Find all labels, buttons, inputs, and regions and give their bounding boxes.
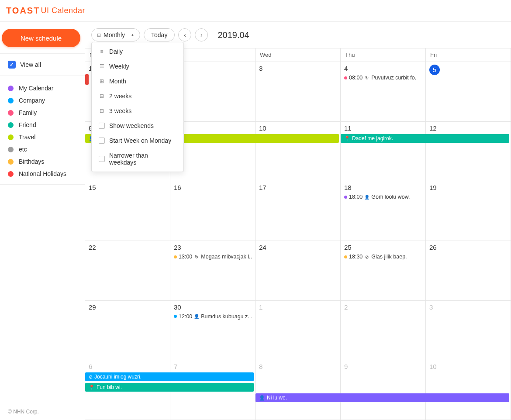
- day-cell[interactable]: 2518:30⊘Gias jilik baep.: [341, 241, 426, 300]
- caret-up-icon: ▲: [131, 33, 135, 37]
- dropdown-view-label: Daily: [109, 48, 123, 55]
- dropdown-view-item[interactable]: ☰Weekly: [92, 59, 183, 74]
- calendar-item[interactable]: Family: [0, 107, 85, 119]
- event-title: Dadef me jagirok.: [352, 134, 393, 143]
- day-number: 10: [259, 124, 266, 132]
- event-bar[interactable]: 📍Dadef me jagirok.: [341, 134, 509, 143]
- day-cell[interactable]: 3: [426, 301, 511, 360]
- day-number: 16: [174, 184, 181, 191]
- dow-cell: Thu: [341, 48, 426, 62]
- new-schedule-button[interactable]: New schedule: [2, 29, 80, 47]
- calendar-item[interactable]: Travel: [0, 131, 85, 143]
- day-cell[interactable]: 11: [341, 122, 426, 181]
- day-cell[interactable]: 29: [85, 301, 170, 360]
- calendar-item[interactable]: etc: [0, 143, 85, 155]
- event-title: Fun bib wi.: [97, 383, 122, 392]
- day-cell[interactable]: 22: [85, 241, 170, 300]
- event-dot[interactable]: 18:00👤Gom loolu wow.: [344, 194, 422, 200]
- day-cell[interactable]: 3: [256, 62, 341, 121]
- day-cell[interactable]: 10: [256, 122, 341, 181]
- day-cell[interactable]: 1818:00👤Gom loolu wow.: [341, 181, 426, 241]
- day-number: 11: [344, 124, 352, 132]
- calendar-item[interactable]: Birthdays: [0, 155, 85, 168]
- day-cell[interactable]: 19: [426, 181, 511, 241]
- event-bar[interactable]: [85, 74, 89, 85]
- calendar-item-label: National Holidays: [19, 170, 66, 177]
- dropdown-view-item[interactable]: ⊟2 weeks: [92, 89, 183, 103]
- view-icon: ⊞: [99, 78, 105, 84]
- calendar-color-dot: [8, 86, 14, 91]
- day-number: 10: [429, 363, 437, 370]
- day-cell[interactable]: 10: [426, 360, 511, 420]
- today-button[interactable]: Today: [144, 28, 175, 41]
- next-button[interactable]: ›: [195, 28, 208, 41]
- calendar-color-dot: [8, 110, 14, 116]
- event-time: 18:00: [349, 194, 363, 200]
- calendar-item[interactable]: Company: [0, 94, 85, 107]
- view-all-checkbox[interactable]: View all: [3, 58, 82, 71]
- dropdown-view-item[interactable]: ⊟3 weeks: [92, 103, 183, 118]
- calendar-item-label: Birthdays: [19, 158, 44, 165]
- day-cell[interactable]: 9: [341, 360, 426, 420]
- day-cell[interactable]: 3012:00👤Bumdus kubuagu z...: [170, 301, 256, 360]
- day-cell[interactable]: 24: [256, 241, 341, 300]
- day-number: 18: [344, 184, 352, 191]
- dow-cell: Fri: [426, 48, 511, 62]
- dropdown-option-item[interactable]: Narrower than weekdays: [92, 148, 183, 170]
- day-number: 3: [259, 65, 262, 72]
- day-number: 26: [429, 244, 437, 251]
- day-cell[interactable]: 15: [85, 181, 170, 241]
- event-icon: 👤: [364, 194, 369, 200]
- event-dot[interactable]: 08:00↻Puvutvuz curbit fo.: [344, 75, 422, 81]
- prev-button[interactable]: ‹: [178, 28, 191, 41]
- event-icon: ↻: [194, 254, 199, 259]
- calendar-color-dot: [8, 98, 14, 103]
- view-select[interactable]: ⊞ Monthly ▲: [91, 28, 140, 41]
- checkbox-icon: [8, 61, 16, 69]
- grid-icon: ⊞: [97, 32, 101, 38]
- calendar-item[interactable]: National Holidays: [0, 168, 85, 180]
- dropdown-view-item[interactable]: ⊞Month: [92, 74, 183, 89]
- day-cell[interactable]: 2313:00↻Mogaas mibvacjak l...: [170, 241, 256, 300]
- day-number: 15: [89, 184, 96, 191]
- week-row: 222313:00↻Mogaas mibvacjak l...242518:30…: [85, 241, 511, 301]
- calendar-color-dot: [8, 159, 14, 165]
- day-cell[interactable]: 16: [170, 181, 256, 241]
- calendar-item-label: Friend: [19, 121, 36, 128]
- day-cell[interactable]: 1: [256, 301, 341, 360]
- event-dot[interactable]: 18:30⊘Gias jilik baep.: [344, 254, 422, 260]
- calendar-item[interactable]: My Calendar: [0, 82, 85, 94]
- dropdown-option-label: Start Week on Monday: [109, 137, 171, 144]
- calendar-item-label: etc: [19, 146, 27, 153]
- day-number: 1: [259, 303, 262, 311]
- day-cell[interactable]: 2: [341, 301, 426, 360]
- checkbox-icon: [99, 123, 105, 129]
- event-icon: ⊘: [364, 254, 369, 259]
- view-icon: ☰: [99, 63, 105, 69]
- dropdown-view-item[interactable]: ≡Daily: [92, 44, 183, 59]
- event-dot[interactable]: 13:00↻Mogaas mibvacjak l...: [174, 254, 252, 260]
- day-cell[interactable]: 5: [426, 62, 511, 121]
- day-cell[interactable]: 17: [256, 181, 341, 241]
- event-icon: ⊘: [89, 372, 93, 381]
- dropdown-option-label: Show weekends: [109, 122, 154, 129]
- event-color-dot: [174, 315, 177, 318]
- event-title: Gias jilik baep.: [371, 254, 407, 260]
- logo-brand: TOAST: [6, 6, 40, 16]
- calendar-item[interactable]: Friend: [0, 119, 85, 131]
- dropdown-option-label: Narrower than weekdays: [109, 152, 176, 166]
- dropdown-view-label: Weekly: [109, 63, 129, 70]
- day-cell[interactable]: 8: [256, 360, 341, 420]
- day-number: 8: [259, 363, 262, 370]
- day-number: 23: [174, 244, 181, 251]
- event-bar[interactable]: 👤Ni lu we.: [256, 393, 509, 402]
- dropdown-view-label: 2 weeks: [109, 93, 131, 100]
- event-dot[interactable]: 12:00👤Bumdus kubuagu z...: [174, 313, 252, 320]
- day-cell[interactable]: 12: [426, 122, 511, 181]
- day-cell[interactable]: 26: [426, 241, 511, 300]
- dropdown-option-item[interactable]: Show weekends: [92, 118, 183, 133]
- dropdown-option-item[interactable]: Start Week on Monday: [92, 133, 183, 148]
- event-bar[interactable]: 📍Fun bib wi.: [85, 383, 254, 392]
- day-cell[interactable]: 408:00↻Puvutvuz curbit fo.: [341, 62, 426, 121]
- event-bar[interactable]: ⊘Jocauhi imiog wuzri.: [85, 372, 254, 381]
